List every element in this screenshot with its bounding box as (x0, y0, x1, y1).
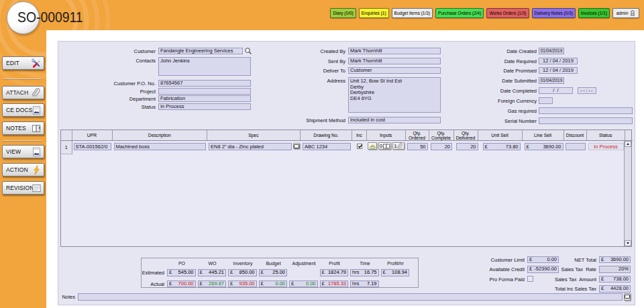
inc-checkbox[interactable] (357, 144, 362, 149)
deliver-to-field[interactable]: Customer (348, 67, 441, 74)
paperclip-icon (32, 88, 42, 98)
edit-button-label: EDIT (3, 60, 19, 66)
grid-header-rownum (61, 130, 72, 141)
date-created-field[interactable]: 01/04/2019 (539, 48, 564, 54)
nav-button-invoices[interactable]: Invoices (1/1) (578, 8, 610, 18)
inputs-attachments-button[interactable]: 1 (392, 142, 405, 150)
summary-col-time: Time (350, 261, 380, 266)
notes-expand-button[interactable] (624, 293, 631, 301)
inputs-docs-count: 0 (380, 144, 382, 148)
gas-required-label: Gas required (470, 108, 537, 114)
shipment-method-field[interactable]: Included in cost (348, 117, 441, 123)
date-required-field[interactable]: 12 / 04 / 2019 (539, 58, 578, 64)
date-required-label: Date Required (470, 58, 537, 64)
grid-header-description[interactable]: Description (113, 130, 208, 141)
actual-row-label: Actual (125, 281, 164, 287)
view-button[interactable]: VIEW (2, 145, 44, 158)
lightning-icon (32, 165, 42, 175)
actual-wo-field: £ 269.67 (198, 280, 227, 288)
revisions-button[interactable]: REVISIONS (2, 181, 44, 195)
grid-header-line-sell[interactable]: Line Sell (523, 130, 564, 141)
drawing-no-cell[interactable]: ABC 1234 (303, 143, 351, 150)
grid-header-inc[interactable]: Inc (352, 130, 367, 141)
grid-header-drawing-no[interactable]: Drawing No. (301, 130, 352, 141)
address-field[interactable]: Unit 12, Bow St Ind Est Derby Derbyshire… (348, 77, 441, 113)
scroll-down-button[interactable] (625, 240, 631, 246)
deliver-to-label: Deliver To (280, 68, 345, 74)
inputs-docs-button[interactable]: 0 (378, 142, 391, 150)
actual-budget-field: £ 0.00 (259, 280, 288, 288)
grid-header-unit-sell[interactable]: Unit Sell (478, 130, 523, 141)
notes-button-label: NOTES (3, 125, 26, 132)
sales-tax-amount-field[interactable]: £ 738.00 (599, 276, 631, 283)
grid-header-discount[interactable]: Discount (564, 130, 587, 141)
status-field[interactable]: In Process (158, 103, 251, 110)
notes-button[interactable]: NOTES (2, 121, 44, 135)
search-icon[interactable] (244, 47, 252, 55)
notes-field[interactable] (78, 293, 623, 301)
foreign-currency-label: Foreign Currency (470, 98, 537, 104)
foreign-currency-field[interactable] (539, 97, 553, 104)
nav-button-enquiries[interactable]: Enquiries (1) (359, 8, 389, 18)
description-cell[interactable]: Machined boss (114, 143, 206, 150)
grid-row[interactable]: 1 STA-001562/0 Machined boss EN8 2" dia … (61, 141, 631, 154)
nav-button-admin[interactable]: admin (612, 8, 639, 18)
customer-field[interactable]: Fandangle Engineering Services (158, 48, 243, 54)
qty-complete-cell[interactable]: 20 (431, 143, 452, 150)
line-sell-value: 3690.00 (543, 144, 561, 150)
sales-tax-rate-field[interactable]: 20% (599, 266, 631, 273)
grid-header-upr[interactable]: UPR (72, 130, 113, 141)
serial-number-field[interactable] (539, 117, 633, 124)
gas-required-field[interactable] (539, 107, 633, 114)
line-sell-cell[interactable]: £ 3690.00 (525, 143, 564, 150)
grid-header-inputs[interactable]: Inputs (367, 130, 406, 141)
nav-button-budget-items[interactable]: Budget Items (1/3) (392, 8, 433, 18)
grid-vertical-scrollbar[interactable] (624, 141, 631, 246)
grid-header-qty-delivered[interactable]: Qty. Delivered (454, 130, 478, 141)
upr-cell[interactable]: STA-001562/0 (74, 143, 111, 150)
sent-by-field[interactable]: Mark Thornhill (348, 58, 441, 64)
grid-header-qty-ordered[interactable]: Qty. Ordered (406, 130, 429, 141)
nav-button-diary[interactable]: Diary (0/0) (330, 8, 356, 18)
department-field[interactable]: Fabrication (158, 95, 251, 102)
project-field[interactable] (158, 88, 251, 95)
net-total-field[interactable]: £ 3690.00 (599, 256, 631, 264)
inputs-bom-button[interactable] (368, 142, 377, 150)
total-inc-sales-tax-field[interactable]: £ 4428.00 (599, 285, 631, 293)
revisions-icon (32, 183, 42, 193)
nav-button-purchase-orders[interactable]: Purchase Orders (2/4) (435, 8, 484, 18)
ce-docs-button[interactable]: CE DOCS (2, 103, 44, 117)
grid-header-status[interactable]: Status (587, 130, 626, 141)
scroll-up-button[interactable] (625, 141, 631, 147)
ce-docs-button-label: CE DOCS (3, 107, 32, 113)
spec-expand-button[interactable] (293, 143, 300, 149)
nav-button-delivery-notes[interactable]: Delivery Notes (0/3) (532, 8, 576, 18)
date-completed-time-field[interactable]: --:-- (578, 87, 596, 94)
date-promised-field[interactable]: 12 / 04 / 2019 (539, 67, 578, 74)
spec-cell[interactable]: EN8 2" dia - Zinc plated (209, 143, 292, 150)
date-completed-date-field[interactable]: / / (539, 87, 573, 94)
grid-header-spec[interactable]: Spec (207, 130, 301, 141)
nav-button-works-orders[interactable]: Works Orders (1/3) (486, 8, 529, 18)
contacts-field[interactable]: John Jenkins (158, 57, 251, 76)
row-number-cell[interactable]: 1 (61, 141, 72, 154)
date-submitted-field[interactable]: 01/04/2019 (539, 77, 564, 84)
qty-ordered-cell[interactable]: 50 (407, 143, 428, 150)
address-label: Address (280, 78, 345, 84)
unit-sell-value: 73.80 (506, 144, 519, 150)
estimated-row-label: Estimated (125, 270, 164, 276)
edit-button[interactable]: EDIT (2, 56, 44, 70)
summary-col-wo: WO (197, 261, 228, 266)
created-by-field[interactable]: Mark Thornhill (348, 48, 441, 54)
discount-cell[interactable] (566, 143, 586, 150)
summary-col-adjustment: Adjustment (288, 261, 319, 266)
customer-po-no-field[interactable]: 87654567 (158, 80, 251, 87)
attach-button[interactable]: ATTACH (2, 86, 44, 99)
customer-po-no-label: Customer P.O. No. (85, 81, 156, 87)
row-status-cell[interactable]: In Process (588, 143, 624, 150)
action-button[interactable]: ACTION (2, 163, 44, 176)
grid-header-qty-complete[interactable]: Qty. Complete (429, 130, 454, 141)
qty-delivered-cell[interactable]: 20 (456, 143, 478, 150)
estimated-inventory-field: £ 850.00 (228, 269, 257, 276)
unit-sell-cell[interactable]: £ 73.80 (483, 143, 521, 150)
